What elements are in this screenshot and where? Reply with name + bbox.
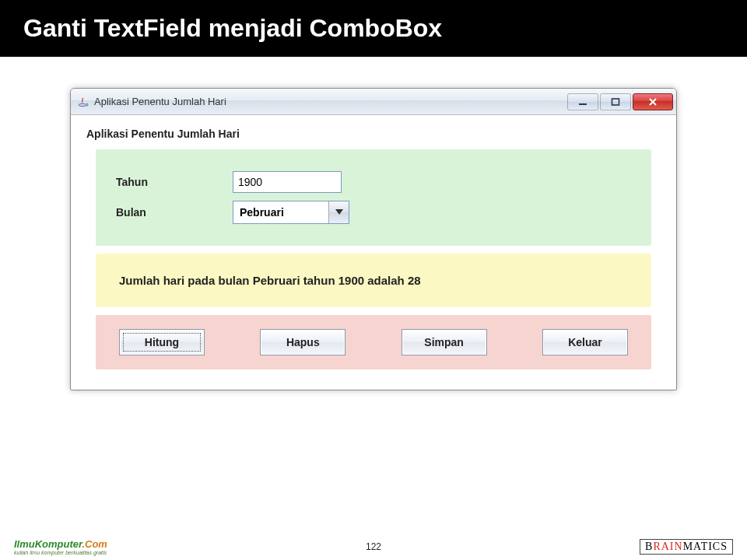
- svg-point-0: [79, 103, 86, 106]
- window-client: Aplikasi Penentu Jumlah Hari Tahun Bulan…: [71, 115, 676, 390]
- java-cup-icon: [77, 96, 89, 108]
- bulan-combobox-value: Pebruari: [233, 201, 328, 223]
- minimize-button[interactable]: [567, 93, 598, 110]
- tahun-input[interactable]: [233, 171, 342, 193]
- window-titlebar[interactable]: Aplikasi Penentu Jumlah Hari: [71, 89, 676, 115]
- hitung-button[interactable]: Hitung: [119, 329, 205, 355]
- button-row: Hitung Hapus Simpan Keluar: [119, 329, 628, 355]
- row-bulan: Bulan Pebruari: [116, 201, 631, 224]
- close-button[interactable]: [633, 93, 673, 110]
- window-title: Aplikasi Penentu Jumlah Hari: [94, 96, 566, 107]
- window-controls: [566, 93, 673, 110]
- svg-rect-2: [612, 99, 619, 105]
- tahun-label: Tahun: [116, 176, 233, 188]
- row-tahun: Tahun: [116, 171, 631, 193]
- chevron-down-icon: [335, 209, 343, 215]
- logo-right-accent: RAIN: [653, 541, 682, 552]
- simpan-button[interactable]: Simpan: [402, 329, 487, 355]
- brainmatics-logo: BRAINMATICS: [640, 539, 733, 555]
- page-number: 122: [366, 541, 381, 552]
- logo-text-b: .Com: [82, 538, 107, 550]
- result-text: Jumlah hari pada bulan Pebruari tahun 19…: [116, 268, 631, 293]
- button-panel: Hitung Hapus Simpan Keluar: [96, 315, 651, 369]
- slide-footer: IlmuKomputer.Com kuliah ilmu komputer be…: [0, 538, 747, 555]
- logo-right-pre: B: [645, 541, 653, 552]
- combobox-dropdown-button[interactable]: [328, 201, 349, 223]
- logo-right-post: MATICS: [683, 541, 728, 552]
- svg-rect-1: [579, 103, 587, 105]
- bulan-combobox[interactable]: Pebruari: [233, 201, 349, 224]
- groupbox-title: Aplikasi Penentu Jumlah Hari: [86, 128, 662, 140]
- hapus-button[interactable]: Hapus: [260, 329, 345, 355]
- logo-text-a: IlmuKomputer: [14, 538, 82, 550]
- result-panel: Jumlah hari pada bulan Pebruari tahun 19…: [96, 254, 651, 307]
- input-panel: Tahun Bulan Pebruari: [96, 149, 651, 246]
- logo-tagline: kuliah ilmu komputer berkualitas gratis: [14, 550, 107, 555]
- slide-title: Ganti TextField menjadi ComboBox: [0, 0, 747, 57]
- keluar-button[interactable]: Keluar: [542, 329, 628, 355]
- maximize-button[interactable]: [600, 93, 631, 110]
- slide-content: Aplikasi Penentu Jumlah Hari Aplikasi Pe…: [0, 57, 747, 406]
- app-window: Aplikasi Penentu Jumlah Hari Aplikasi Pe…: [70, 88, 677, 390]
- bulan-label: Bulan: [116, 206, 233, 219]
- ilmukomputer-logo: IlmuKomputer.Com kuliah ilmu komputer be…: [14, 538, 107, 555]
- svg-marker-3: [335, 209, 343, 215]
